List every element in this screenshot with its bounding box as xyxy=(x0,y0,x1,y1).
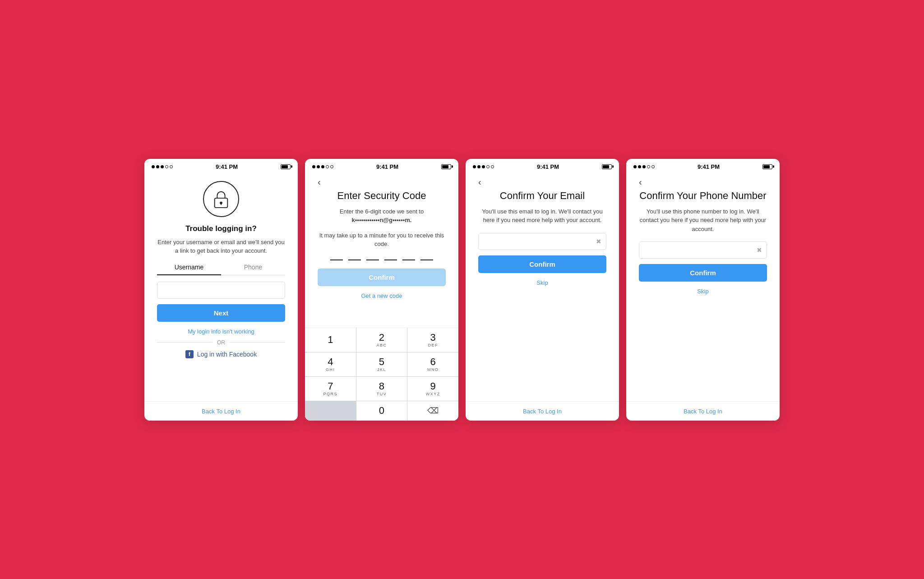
key-num-7: 7 xyxy=(328,381,333,391)
battery-fill-2 xyxy=(442,165,448,168)
tabs-row: Username Phone xyxy=(157,264,285,275)
battery-2 xyxy=(441,164,451,169)
dot2 xyxy=(156,165,159,168)
dot1 xyxy=(312,165,315,168)
screen1-content: Trouble logging in? Enter your username … xyxy=(144,173,298,401)
key-num-1: 1 xyxy=(328,335,333,345)
status-bar-2: 9:41 PM xyxy=(305,159,458,173)
screen2-desc2: It may take up to a minute for you to re… xyxy=(318,231,446,249)
key-num-0: 0 xyxy=(379,406,384,416)
dot4 xyxy=(647,165,650,168)
clear-phone-btn[interactable]: ✖ xyxy=(752,243,767,257)
confirm-button-3[interactable]: Confirm xyxy=(478,255,606,273)
dash2 xyxy=(348,259,361,260)
get-new-code-link[interactable]: Get a new code xyxy=(361,292,402,299)
tab-username[interactable]: Username xyxy=(157,264,221,275)
signal-dots xyxy=(152,165,173,168)
numpad-5[interactable]: 5 JKL xyxy=(356,352,407,376)
battery-fill xyxy=(282,165,288,168)
key-num-9: 9 xyxy=(430,381,436,391)
battery-icon xyxy=(281,164,291,169)
screen2-content: ‹ Enter Security Code Enter the 6-digit … xyxy=(305,173,458,328)
numpad-3[interactable]: 3 DEF xyxy=(407,328,458,352)
numpad-7[interactable]: 7 PQRS xyxy=(305,377,356,401)
battery-icon-4 xyxy=(762,164,772,169)
numpad-empty xyxy=(305,401,356,421)
battery-icon-3 xyxy=(602,164,612,169)
back-button-4[interactable]: ‹ xyxy=(639,176,642,190)
back-button-2[interactable]: ‹ xyxy=(318,176,321,190)
dot3 xyxy=(642,165,646,168)
screen4-desc: You'll use this phone number to log in. … xyxy=(639,207,767,234)
dash3 xyxy=(366,259,379,260)
confirm-button-2[interactable]: Confirm xyxy=(318,269,446,286)
back-to-login-3[interactable]: Back To Log In xyxy=(523,408,562,415)
key-num-5: 5 xyxy=(379,357,384,367)
status-bar-4: 9:41 PM xyxy=(626,159,780,173)
skip-link-4[interactable]: Skip xyxy=(697,288,708,295)
status-bar-3: 9:41 PM xyxy=(466,159,619,173)
tab-phone[interactable]: Phone xyxy=(221,264,285,275)
skip-link-3[interactable]: Skip xyxy=(536,279,548,286)
key-sub-7: PQRS xyxy=(323,392,338,396)
battery-fill-4 xyxy=(763,165,770,168)
numpad-6[interactable]: 6 MNO xyxy=(407,352,458,376)
screen3-title: Confirm Your Email xyxy=(500,190,585,202)
dot3 xyxy=(161,165,164,168)
dot4 xyxy=(486,165,490,168)
username-input[interactable] xyxy=(157,282,285,299)
numpad-2[interactable]: 2 ABC xyxy=(356,328,407,352)
numpad-1[interactable]: 1 xyxy=(305,328,356,352)
dot2 xyxy=(477,165,480,168)
key-num-4: 4 xyxy=(328,357,333,367)
lock-circle xyxy=(203,181,239,217)
next-button[interactable]: Next xyxy=(157,304,285,322)
screen1-footer: Back To Log In xyxy=(144,401,298,421)
phone-input-row: ✖ xyxy=(639,241,767,259)
key-sub-5: JKL xyxy=(377,367,386,372)
time-display-3: 9:41 PM xyxy=(537,163,559,170)
key-sub-8: TUV xyxy=(377,392,387,396)
numpad-9[interactable]: 9 WXYZ xyxy=(407,377,458,401)
key-num-3: 3 xyxy=(430,333,436,343)
time-display-4: 9:41 PM xyxy=(698,163,720,170)
facebook-login-btn[interactable]: f Log in with Facebook xyxy=(157,350,285,358)
battery-fill-3 xyxy=(603,165,609,168)
time-display-2: 9:41 PM xyxy=(376,163,398,170)
time-display: 9:41 PM xyxy=(216,163,238,170)
screen2: 9:41 PM ‹ Enter Security Code Enter the … xyxy=(305,159,458,421)
clear-email-btn[interactable]: ✖ xyxy=(591,234,606,249)
phone-input[interactable] xyxy=(639,242,752,258)
numpad-backspace[interactable]: ⌫ xyxy=(407,401,458,421)
dash6 xyxy=(420,259,433,260)
email-input-row: ✖ xyxy=(478,233,606,250)
dot4 xyxy=(165,165,168,168)
email-input[interactable] xyxy=(479,233,591,250)
svg-rect-2 xyxy=(221,203,222,205)
back-to-login-4[interactable]: Back To Log In xyxy=(684,408,722,415)
dot3 xyxy=(321,165,324,168)
numpad-4[interactable]: 4 GHI xyxy=(305,352,356,376)
facebook-btn-label: Log in with Facebook xyxy=(197,351,257,358)
dash4 xyxy=(384,259,397,260)
battery xyxy=(281,164,291,169)
battery-icon-2 xyxy=(441,164,451,169)
dash5 xyxy=(402,259,415,260)
divider-right xyxy=(230,342,285,343)
key-sub-4: GHI xyxy=(326,367,335,372)
screen2-desc1: Enter the 6-digit code we sent to k•••••… xyxy=(340,207,424,225)
key-num-2: 2 xyxy=(379,333,384,343)
numpad-0[interactable]: 0 xyxy=(356,401,407,421)
dot5 xyxy=(330,165,333,168)
numpad-8[interactable]: 8 TUV xyxy=(356,377,407,401)
my-login-link[interactable]: My login info isn't working xyxy=(188,328,254,335)
confirm-button-4[interactable]: Confirm xyxy=(639,264,767,282)
battery-4 xyxy=(762,164,772,169)
signal-dots-3 xyxy=(473,165,494,168)
back-button-3[interactable]: ‹ xyxy=(478,176,481,190)
desc1-text: Enter the 6-digit code we sent to xyxy=(340,208,424,215)
dot5 xyxy=(170,165,173,168)
key-sub-6: MNO xyxy=(427,367,439,372)
back-to-login-1[interactable]: Back To Log In xyxy=(202,408,240,415)
status-bar-1: 9:41 PM xyxy=(144,159,298,173)
